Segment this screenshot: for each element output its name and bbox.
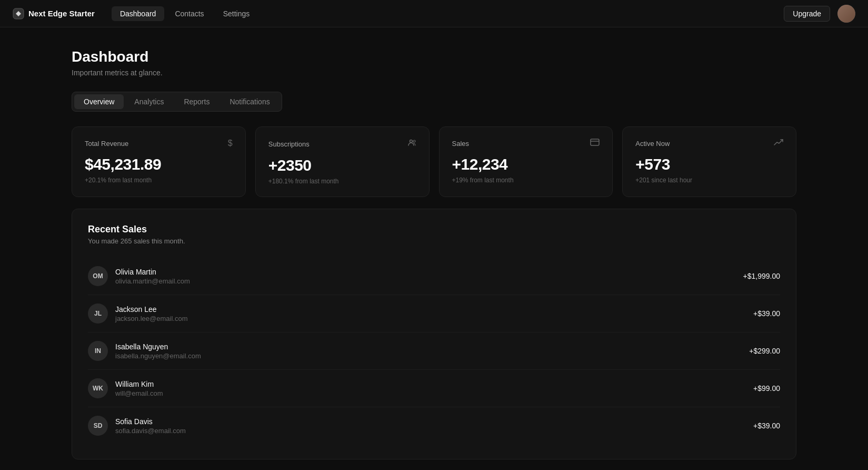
sale-email-in: isabella.nguyen@email.com — [115, 352, 749, 360]
metric-header-active: Active Now — [635, 139, 783, 148]
svg-rect-3 — [591, 139, 599, 145]
svg-point-1 — [410, 140, 412, 143]
sale-name-in: Isabella Nguyen — [115, 342, 749, 351]
metric-value-revenue: $45,231.89 — [85, 155, 233, 173]
tab-overview[interactable]: Overview — [74, 94, 124, 109]
main-content: Dashboard Important metrics at glance. O… — [0, 27, 868, 470]
sale-name-jl: Jackson Lee — [115, 305, 753, 314]
nav-right: Upgrade — [784, 5, 855, 23]
sale-row: WK William Kim will@email.com +$99.00 — [88, 370, 780, 407]
nav-tab-contacts[interactable]: Contacts — [166, 6, 212, 21]
metric-change-revenue: +20.1% from last month — [85, 177, 233, 184]
sale-name-om: Olivia Martin — [115, 268, 743, 276]
sale-info-in: Isabella Nguyen isabella.nguyen@email.co… — [115, 342, 749, 360]
sale-avatar-om: OM — [88, 266, 108, 286]
sale-amount-in: +$299.00 — [749, 347, 780, 355]
metric-change-sales: +19% from last month — [452, 177, 600, 184]
tab-analytics[interactable]: Analytics — [125, 94, 173, 109]
user-avatar[interactable] — [837, 5, 855, 23]
sale-info-sd: Sofia Davis sofia.davis@email.com — [115, 417, 753, 435]
sale-info-om: Olivia Martin olivia.martin@email.com — [115, 268, 743, 285]
sale-email-om: olivia.martin@email.com — [115, 277, 743, 285]
nav-tab-dashboard[interactable]: Dashboard — [112, 6, 165, 21]
metric-card-revenue: Total Revenue $ $45,231.89 +20.1% from l… — [72, 126, 246, 197]
sale-avatar-wk: WK — [88, 378, 108, 398]
sale-row: SD Sofia Davis sofia.davis@email.com +$3… — [88, 407, 780, 444]
metric-card-sales: Sales +12,234 +19% from last month — [439, 126, 613, 197]
tab-notifications[interactable]: Notifications — [220, 94, 279, 109]
page-subtitle: Important metrics at glance. — [72, 68, 796, 77]
sale-name-sd: Sofia Davis — [115, 417, 753, 426]
tab-reports[interactable]: Reports — [174, 94, 219, 109]
card-icon — [590, 139, 600, 148]
dollar-icon: $ — [228, 139, 233, 148]
metric-header-subscriptions: Subscriptions — [268, 139, 416, 149]
metric-card-subscriptions: Subscriptions +2350 +180.1% from last mo… — [255, 126, 430, 197]
metric-label-subscriptions: Subscriptions — [268, 140, 310, 148]
users-icon — [408, 139, 416, 149]
navbar: Next Edge Starter Dashboard Contacts Set… — [0, 0, 868, 27]
sale-email-wk: will@email.com — [115, 389, 753, 397]
sale-avatar-in: IN — [88, 341, 108, 361]
sale-amount-jl: +$39.00 — [753, 309, 780, 318]
sale-amount-wk: +$99.00 — [753, 384, 780, 393]
metric-value-subscriptions: +2350 — [268, 156, 416, 174]
nav-tabs: Dashboard Contacts Settings — [112, 6, 784, 21]
sale-row: JL Jackson Lee jackson.lee@email.com +$3… — [88, 295, 780, 332]
upgrade-button[interactable]: Upgrade — [784, 6, 830, 22]
metrics-row: Total Revenue $ $45,231.89 +20.1% from l… — [72, 126, 796, 197]
sale-amount-sd: +$39.00 — [753, 422, 780, 430]
metric-label-active: Active Now — [635, 140, 670, 148]
sale-email-jl: jackson.lee@email.com — [115, 315, 753, 322]
sale-avatar-sd: SD — [88, 416, 108, 436]
avatar-image — [837, 5, 855, 23]
sale-name-wk: William Kim — [115, 380, 753, 388]
recent-sales-subtitle: You made 265 sales this month. — [88, 237, 780, 245]
metric-label-sales: Sales — [452, 140, 470, 148]
sale-info-wk: William Kim will@email.com — [115, 380, 753, 397]
metric-value-active: +573 — [635, 155, 783, 173]
sale-row: IN Isabella Nguyen isabella.nguyen@email… — [88, 332, 780, 370]
app-name: Next Edge Starter — [28, 9, 95, 18]
metric-label-revenue: Total Revenue — [85, 140, 128, 148]
metric-card-active: Active Now +573 +201 since last hour — [622, 126, 796, 197]
logo-icon — [13, 8, 24, 19]
sale-amount-om: +$1,999.00 — [743, 272, 780, 280]
recent-sales-title: Recent Sales — [88, 224, 780, 235]
metric-value-sales: +12,234 — [452, 155, 600, 173]
trending-icon — [774, 139, 783, 148]
nav-tab-settings[interactable]: Settings — [215, 6, 258, 21]
sale-avatar-jl: JL — [88, 303, 108, 324]
metric-header-sales: Sales — [452, 139, 600, 148]
metric-header-revenue: Total Revenue $ — [85, 139, 233, 148]
metric-change-subscriptions: +180.1% from last month — [268, 178, 416, 185]
sale-email-sd: sofia.davis@email.com — [115, 427, 753, 435]
sale-row: OM Olivia Martin olivia.martin@email.com… — [88, 258, 780, 295]
tab-bar: Overview Analytics Reports Notifications — [72, 92, 282, 112]
metric-change-active: +201 since last hour — [635, 177, 783, 184]
recent-sales-card: Recent Sales You made 265 sales this mon… — [72, 209, 796, 459]
sale-info-jl: Jackson Lee jackson.lee@email.com — [115, 305, 753, 322]
app-logo: Next Edge Starter — [13, 8, 95, 19]
page-title: Dashboard — [72, 48, 796, 65]
svg-point-2 — [413, 140, 415, 142]
